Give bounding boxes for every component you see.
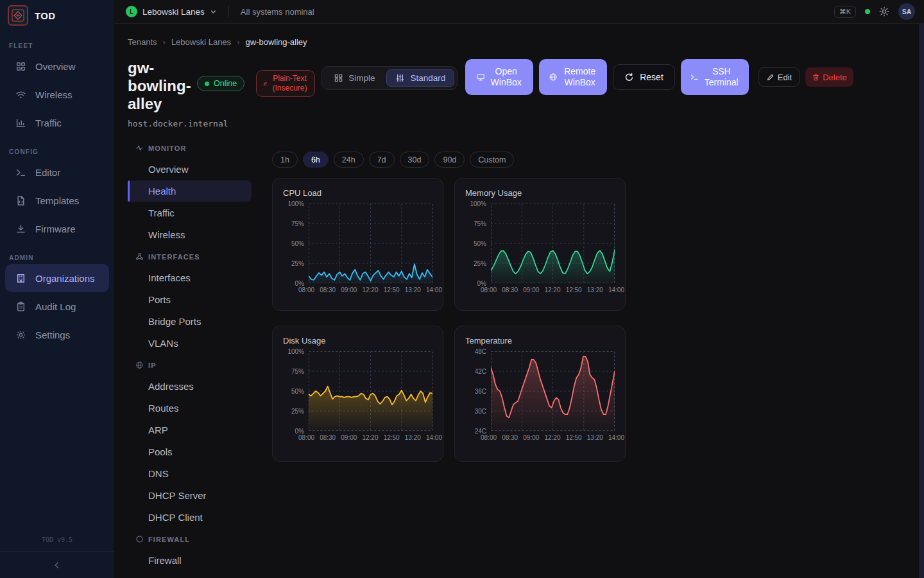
subnav-item-ports[interactable]: Ports [128,289,252,310]
view-mode-standard[interactable]: Standard [386,69,454,87]
theme-toggle-button[interactable] [879,6,889,17]
activity-icon [135,144,144,152]
brand-row: TOD [0,0,114,31]
subnav-item-label: Traffic [148,207,175,218]
sidebar-item-overview[interactable]: Overview [5,52,109,80]
sidebar-collapse-button[interactable] [0,551,114,578]
subnav-item-label: Bridge Ports [148,316,201,327]
sidebar-item-firmware[interactable]: Firmware [5,215,109,243]
open-winbox-button[interactable]: Open WinBox [465,59,533,95]
subnav-item-dhcp-server[interactable]: DHCP Server [128,485,252,506]
sidebar-item-label: Firmware [35,223,76,234]
subnav-section-ip: IP [128,355,252,375]
gear-icon [15,329,26,340]
sidebar-item-label: Audit Log [35,301,76,312]
y-axis-label: 50% [291,240,304,247]
x-axis-label: 13:20 [405,286,421,293]
subnav-item-arp[interactable]: ARP [128,419,252,441]
subnav-item-label: DNS [148,468,169,479]
sidebar-item-audit-log[interactable]: Audit Log [5,292,109,320]
breadcrumb-current: gw-bowling-alley [245,37,307,47]
subnav-item-interfaces[interactable]: Interfaces [128,267,252,288]
x-axis-label: 08:00 [298,434,314,441]
subnav-item-label: Ports [148,294,171,305]
subnav-item-dhcp-client[interactable]: DHCP Client [128,507,252,528]
subnav-item-mangle[interactable]: Mangle [128,572,252,578]
x-axis-label: 08:30 [320,434,336,441]
temperature-chart: Temperature 48C42C36C30C24C 08:0008:3009… [454,326,626,462]
view-mode-label: Standard [410,73,445,83]
insecure-badge-label: Plain-Text (Insecure) [271,74,308,93]
subnav-item-firewall[interactable]: Firewall [128,550,252,571]
time-range-24h[interactable]: 24h [334,152,364,168]
time-range-custom[interactable]: Custom [470,152,514,168]
building-icon [15,273,26,284]
sidebar-item-editor[interactable]: Editor [5,158,109,186]
subnav-item-traffic[interactable]: Traffic [128,202,252,223]
sidebar-item-templates[interactable]: Templates [5,186,109,215]
x-axis-label: 13:20 [587,286,603,293]
delete-button[interactable]: Delete [805,67,853,87]
grid-icon [334,73,343,83]
tenant-switcher[interactable]: L Lebowski Lanes [126,6,217,17]
time-range-1h[interactable]: 1h [272,152,298,168]
remote-winbox-label: Remote WinBox [562,66,598,88]
x-axis-label: 09:00 [341,286,357,293]
view-mode-simple[interactable]: Simple [325,69,384,87]
sidebar-item-settings[interactable]: Settings [5,320,109,349]
subnav-item-label: Routes [148,403,179,414]
y-axis-label: 42C [475,368,486,375]
subnav-item-dns[interactable]: DNS [128,463,252,484]
x-axis-label: 08:30 [502,286,518,293]
chart-title: Memory Usage [465,188,615,198]
breadcrumb-tenant[interactable]: Lebowski Lanes [171,37,231,47]
subnav-item-bridge-ports[interactable]: Bridge Ports [128,311,252,332]
scrollbar[interactable] [919,24,924,578]
time-range-6h[interactable]: 6h [303,152,329,168]
unlock-icon [263,80,268,88]
edit-button[interactable]: Edit [758,67,800,87]
grid-icon [15,61,26,72]
y-axis-label: 0% [295,280,304,287]
x-axis-label: 09:00 [341,434,357,441]
online-badge-label: Online [214,79,237,88]
x-axis: 08:0008:3009:0012:2012:5013:2014:00 [481,434,624,441]
time-range-30d[interactable]: 30d [400,152,430,168]
subnav-item-vlans[interactable]: VLANs [128,333,252,354]
wifi-icon [15,89,26,100]
y-axis: 100%75%50%25%0% [283,204,309,283]
connection-status-dot [865,9,870,14]
command-palette-shortcut[interactable]: ⌘K [834,6,856,18]
sidebar-item-label: Organizations [35,273,95,284]
ssh-terminal-label: SSH Terminal [703,66,739,88]
time-range-7d[interactable]: 7d [369,152,395,168]
sidebar-item-organizations[interactable]: Organizations [5,264,109,292]
breadcrumb-tenants[interactable]: Tenants [128,37,157,47]
y-axis-label: 100% [470,200,486,207]
ssh-terminal-button[interactable]: SSH Terminal [681,59,749,95]
x-axis-label: 08:00 [481,286,497,293]
sidebar-item-wireless[interactable]: Wireless [5,80,109,109]
subnav-section-firewall: FIREWALL [128,529,252,549]
x-axis-label: 09:00 [523,434,539,441]
subnav-item-overview[interactable]: Overview [128,159,252,180]
time-range-90d[interactable]: 90d [434,152,465,168]
device-actions: Open WinBox Remote WinBox Reset SSH Term… [465,59,853,95]
chart-title: CPU Load [283,188,432,198]
sidebar-item-traffic[interactable]: Traffic [5,109,109,137]
x-axis-label: 12:20 [362,286,378,293]
subnav-item-wireless[interactable]: Wireless [128,224,252,245]
y-axis-label: 0% [295,428,304,435]
x-axis-label: 13:20 [405,434,421,441]
remote-winbox-button[interactable]: Remote WinBox [539,59,607,95]
y-axis-label: 75% [291,220,304,227]
reset-button[interactable]: Reset [613,64,675,90]
chevron-left-icon [53,561,62,570]
user-avatar[interactable]: SA [898,3,915,20]
subnav-item-health[interactable]: Health [128,180,252,202]
subnav-item-routes[interactable]: Routes [128,398,252,419]
subnav-item-pools[interactable]: Pools [128,441,252,462]
subnav-item-addresses[interactable]: Addresses [128,376,252,397]
x-axis-label: 14:00 [426,434,442,441]
subnav-section-interfaces: INTERFACES [128,246,252,267]
